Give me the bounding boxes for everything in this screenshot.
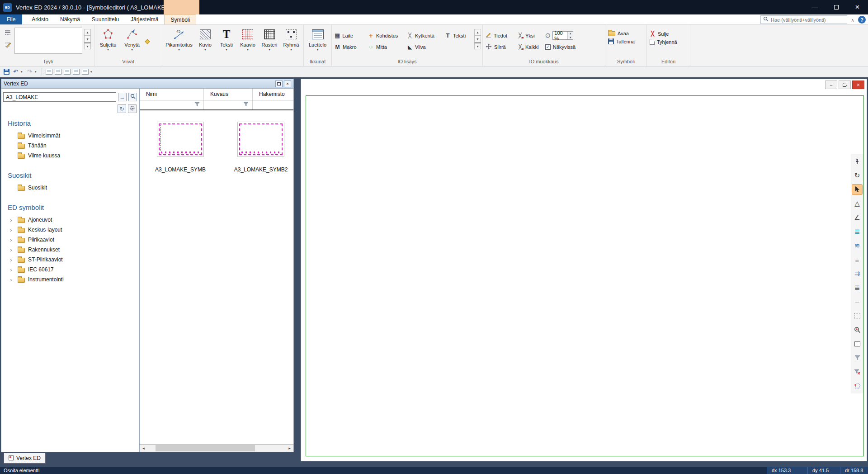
filter-clear-icon[interactable]	[852, 366, 863, 377]
suljettu-button[interactable]: Suljettu ▾	[96, 26, 120, 58]
undo-button[interactable]: ↶	[12, 67, 19, 76]
ryhma-button[interactable]: Ryhmä ▾	[280, 26, 302, 58]
rotate-view-icon[interactable]: ↻	[852, 170, 863, 181]
yksi-button[interactable]: ╳Yksi	[516, 33, 544, 38]
io-scroll-down-icon[interactable]: ▾	[474, 36, 481, 43]
filter-icon[interactable]	[852, 352, 863, 363]
nakyvissa-checkbox-row[interactable]: ✓ Näkyvissä	[544, 44, 604, 50]
rasteri-button[interactable]: Rasteri ▾	[259, 26, 280, 58]
chevron-right-icon[interactable]: ›	[8, 217, 14, 223]
checkbox-checked-icon[interactable]: ✓	[545, 44, 551, 50]
layers-wave-icon[interactable]: ≋	[852, 240, 863, 251]
luettelo-button[interactable]: Luettelo ▾	[305, 26, 330, 58]
editor-minimize-button[interactable]: −	[825, 81, 837, 89]
editor-restore-button[interactable]	[839, 81, 851, 89]
tree-item-instrumentointi[interactable]: ›Instrumentointi	[7, 275, 139, 284]
tree-section-suosikit[interactable]: Suosikit	[8, 171, 139, 179]
tree-item-tanaan[interactable]: Tänään	[7, 141, 139, 151]
column-header-nimi[interactable]: Nimi	[140, 89, 204, 100]
viiva-button[interactable]: ◣Viiva	[406, 44, 443, 50]
tree-item-piirikaaviot[interactable]: ›Piirikaaviot	[7, 235, 139, 245]
tab-arkisto[interactable]: Arkisto	[26, 14, 54, 24]
selection-rect-icon[interactable]	[852, 310, 863, 321]
spark-icon[interactable]	[145, 39, 150, 44]
siirra-button[interactable]: Siirrä	[484, 43, 516, 51]
filter-icon[interactable]	[243, 102, 249, 108]
maximize-button[interactable]	[826, 0, 847, 14]
tree-item-rakennukset[interactable]: ›Rakennukset	[7, 245, 139, 255]
settings-button[interactable]	[128, 104, 137, 113]
hierarchy-button[interactable]	[81, 67, 89, 76]
pikamitoitus-button[interactable]: 45 Pikamitoitus ▾	[164, 26, 194, 58]
chevron-right-icon[interactable]: ›	[8, 276, 14, 283]
drawing-canvas[interactable]	[306, 95, 864, 456]
help-button[interactable]: ?	[858, 16, 866, 24]
collapse-ribbon-icon[interactable]: ∧	[849, 16, 856, 24]
redo-dropdown-icon[interactable]: ▾	[35, 70, 38, 74]
spin-up-icon[interactable]: ▲	[568, 32, 573, 36]
laite-button[interactable]: ▦Laite	[333, 32, 367, 39]
chevron-right-icon[interactable]: ›	[8, 266, 14, 273]
line-style-icon[interactable]	[5, 28, 12, 37]
panel-titlebar[interactable]: Vertex ED ×	[1, 79, 293, 89]
snap-grid-button[interactable]	[63, 67, 71, 76]
tyhjenna-button[interactable]: Tyhjennä	[648, 39, 679, 45]
minimize-button[interactable]: —	[804, 0, 826, 14]
tab-nakyma[interactable]: Näkymä	[54, 14, 86, 24]
symbol-name-label[interactable]: A3_LOMAKE_SYMB	[140, 166, 221, 173]
layers-arrow-icon[interactable]: ⇉	[852, 268, 863, 279]
window-arrange-button[interactable]	[54, 67, 62, 76]
symbol-thumbnail-a3-lomake-symb[interactable]	[157, 122, 204, 157]
tallenna-button[interactable]: Tallenna	[607, 38, 636, 44]
style-edit-icon[interactable]	[5, 41, 12, 49]
quick-save-button[interactable]	[3, 67, 10, 76]
refresh-button[interactable]: ↻	[118, 104, 126, 113]
tree-item-ajoneuvot[interactable]: ›Ajoneuvot	[7, 215, 139, 225]
io-more-icon[interactable]: ▾	[474, 43, 481, 49]
symbol-thumbnail-a3-lomake-symb2[interactable]	[237, 122, 284, 157]
tree-item-st-piirikaaviot[interactable]: ›ST-Piirikaaviot	[7, 255, 139, 265]
mitta-button[interactable]: ○Mitta	[367, 43, 406, 50]
avaa-button[interactable]: Avaa	[607, 31, 636, 36]
search-button[interactable]	[128, 93, 137, 101]
scroll-left-icon[interactable]: ◂	[140, 445, 147, 452]
tab-jarjestelma[interactable]: Järjestelmä	[125, 14, 164, 24]
cursor-icon[interactable]	[852, 184, 863, 195]
layers-flat-icon[interactable]: ≡	[852, 254, 863, 265]
chevron-right-icon[interactable]: ›	[8, 246, 14, 253]
float-panel-button[interactable]	[275, 81, 283, 87]
io-scroll-up-icon[interactable]: ▴	[474, 29, 481, 36]
layers-stack-icon[interactable]: ≣	[852, 282, 863, 293]
lasso-icon[interactable]	[852, 380, 863, 391]
spin-down-icon[interactable]: ▼	[568, 36, 573, 40]
symbol-name-label[interactable]: A3_LOMAKE_SYMB2	[220, 166, 302, 173]
filter-icon[interactable]	[194, 102, 200, 108]
global-search-box[interactable]	[760, 15, 847, 24]
attach-button[interactable]	[72, 67, 80, 76]
column-header-hakemisto[interactable]: Hakemisto	[253, 89, 293, 100]
zoom-plus-icon[interactable]	[852, 324, 863, 335]
panel-tab-vertex-ed[interactable]: Vertex ED	[4, 453, 46, 464]
kaavio-button[interactable]: Kaavio ▾	[237, 26, 259, 58]
global-search-input[interactable]	[771, 17, 844, 23]
go-search-button[interactable]: →	[118, 93, 127, 101]
file-menu-button[interactable]: File	[0, 14, 22, 24]
panel-close-button[interactable]: ×	[284, 81, 291, 87]
kytkenta-button[interactable]: ╳Kytkentä	[406, 33, 443, 38]
style-gallery[interactable]	[14, 28, 82, 54]
tiedot-button[interactable]: Tiedot	[484, 32, 516, 39]
kaikki-button[interactable]: ╳Kaikki	[516, 44, 544, 50]
horizontal-scrollbar[interactable]: ◂ ▸	[140, 444, 293, 452]
pin-icon[interactable]	[852, 156, 863, 167]
tree-item-viimeisimmat[interactable]: Viimeisimmät	[7, 131, 139, 141]
tree-item-iec-60617[interactable]: ›IEC 60617	[7, 265, 139, 275]
spinner-arrows[interactable]: ▲▼	[567, 32, 573, 39]
kuvio-button[interactable]: Kuvio ▾	[194, 26, 216, 58]
slope-line-icon[interactable]: ∠	[852, 212, 863, 223]
tree-section-ed-symbolit[interactable]: ED symbolit	[8, 204, 139, 211]
tree-item-viime-kuussa[interactable]: Viime kuussa	[7, 151, 139, 161]
chevron-right-icon[interactable]: ›	[8, 237, 14, 243]
chevron-right-icon[interactable]: ›	[8, 227, 14, 233]
io-teksti-button[interactable]: TTeksti	[443, 32, 472, 39]
blank-rect-icon[interactable]	[852, 338, 863, 349]
